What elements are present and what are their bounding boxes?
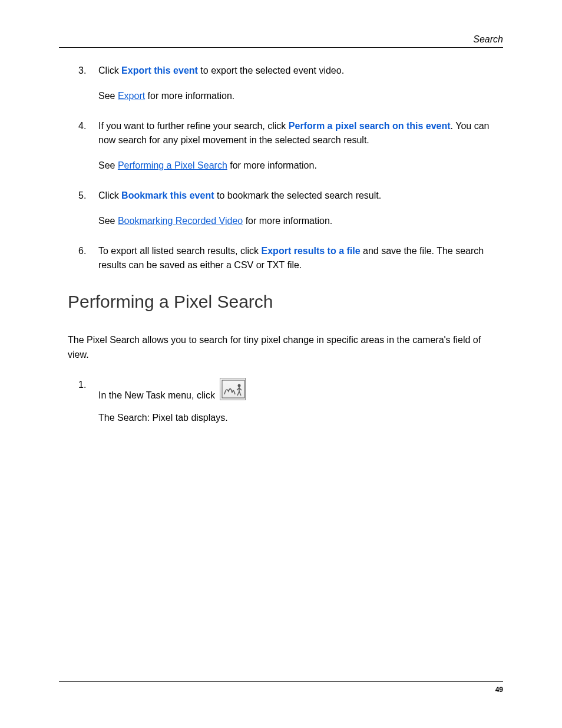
ui-label-pixel-search: Perform a pixel search on this event	[289, 121, 451, 131]
step-number: 4.	[78, 119, 86, 134]
svg-line-6	[239, 391, 241, 396]
footer-rule	[59, 681, 503, 682]
step-number: 1.	[78, 378, 86, 393]
step-number: 3.	[78, 64, 86, 78]
page-number: 49	[495, 686, 503, 694]
step-3: 3. Click Export this event to export the…	[68, 64, 503, 104]
step-see-also: See Export for more information.	[98, 89, 503, 104]
step-1: 1. In the New Task menu, click	[68, 378, 503, 426]
svg-line-5	[237, 391, 239, 396]
ui-label-bookmark-event: Bookmark this event	[121, 190, 214, 200]
section-heading: Performing a Pixel Search	[68, 292, 503, 312]
ui-label-export-results: Export results to a file	[262, 246, 361, 256]
ui-label-export-event: Export this event	[121, 65, 198, 75]
step-text: If you want to further refine your searc…	[98, 121, 489, 146]
link-export[interactable]: Export	[118, 91, 145, 101]
page-header-section: Search	[473, 34, 503, 45]
step-number: 5.	[78, 189, 86, 203]
procedure-list: 3. Click Export this event to export the…	[68, 64, 503, 273]
step-text: Click Export this event to export the se…	[98, 65, 344, 75]
step-4: 4. If you want to further refine your se…	[68, 119, 503, 173]
step-6: 6. To export all listed search results, …	[68, 244, 503, 274]
svg-point-1	[238, 384, 241, 387]
step-text: To export all listed search results, cli…	[98, 246, 484, 271]
step-5: 5. Click Bookmark this event to bookmark…	[68, 189, 503, 229]
step-see-also: See Bookmarking Recorded Video for more …	[98, 214, 503, 229]
pixel-search-icon	[220, 378, 246, 400]
link-pixel-search[interactable]: Performing a Pixel Search	[118, 160, 227, 170]
header-rule	[59, 47, 503, 48]
procedure-list-2: 1. In the New Task menu, click	[68, 378, 503, 426]
link-bookmarking[interactable]: Bookmarking Recorded Video	[118, 216, 243, 226]
step-follow: The Search: Pixel tab displays.	[98, 411, 503, 426]
step-text: In the New Task menu, click	[98, 378, 503, 400]
section-intro: The Pixel Search allows you to search fo…	[68, 333, 503, 363]
step-see-also: See Performing a Pixel Search for more i…	[98, 159, 503, 173]
page-content: 3. Click Export this event to export the…	[68, 64, 503, 441]
step-text: Click Bookmark this event to bookmark th…	[98, 190, 381, 200]
step-number: 6.	[78, 244, 86, 259]
